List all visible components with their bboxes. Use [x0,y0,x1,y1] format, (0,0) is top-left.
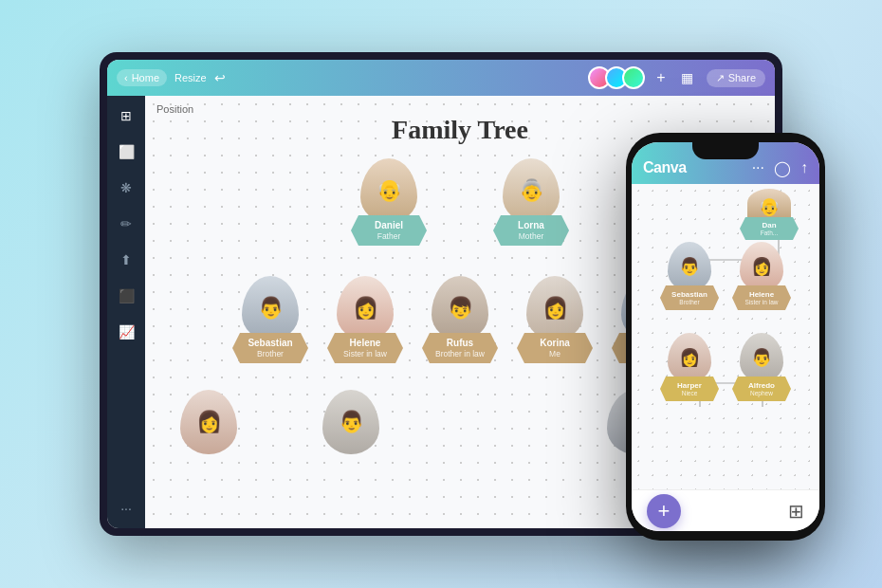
avatar-3 [622,66,645,89]
lorna-role: Mother [519,231,543,241]
child2-photo: 👨 [322,390,379,454]
ph-alfredo-banner: Alfredo Nephew [732,377,791,401]
person-korina: 👩 Korina Me [512,276,597,363]
generation-1: 👴 Daniel Father 👵 [346,158,574,246]
phone-sebastian: 👨 Sebastian Brother [657,242,722,310]
dan-name: Dan [762,221,776,230]
person-helene: 👩 Helene Sister in law [322,276,408,363]
daniel-photo: 👴 [360,158,417,223]
position-label: Position [156,103,193,115]
sidebar: ⊞ ⬜ ❋ ✏ ⬆ ⬛ 📈 ··· [107,96,145,528]
helene-role: Sister in law [343,349,387,358]
sidebar-item-folder[interactable]: ⬛ [116,285,137,306]
rufus-photo: 👦 [432,276,488,340]
home-label: Home [132,72,159,83]
sidebar-item-draw[interactable]: ✏ [116,213,137,234]
share-label: Share [728,72,756,83]
undo-button[interactable]: ↩ [214,70,226,85]
resize-button[interactable]: Resize [175,72,207,83]
phone-helene: 👩 Helene Sister in law [729,242,794,310]
sidebar-item-more[interactable]: ··· [116,498,137,519]
phone-gen2: 👩 Harper Niece 👨 Alfredo Nephew [657,333,794,401]
dan-role: Fath... [761,230,778,236]
lorna-name: Lorna [518,220,544,231]
phone-alfredo: 👨 Alfredo Nephew [729,333,794,401]
collaborator-avatars [588,66,645,89]
phone-device: Canva ··· ◯ ↑ [626,133,825,541]
phone-harper: 👩 Harper Niece [657,333,722,401]
add-collaborator-button[interactable]: + [656,69,665,86]
person-daniel: 👴 Daniel Father [346,158,432,246]
resize-label: Resize [175,72,207,83]
helene-name: Helene [350,338,381,349]
share-button[interactable]: ↗ Share [707,69,765,87]
undo-icon: ↩ [214,70,226,85]
ph-harper-role: Niece [682,390,698,396]
grid-icon[interactable]: ⊞ [788,500,804,523]
ph-alfredo-name: Alfredo [748,381,775,390]
fab-button[interactable]: + [647,494,681,528]
ph-harper-photo: 👩 [668,333,711,382]
dan-partial-photo: 👴 [747,189,791,217]
fab-plus-icon: + [658,499,671,524]
ph-helene-photo: 👩 [740,242,783,291]
menu-icon[interactable]: ··· [752,159,764,176]
daniel-name: Daniel [375,220,403,231]
canva-logo: Canva [643,159,687,176]
sebastian-photo: 👨 [242,276,299,340]
ph-sebastian-role: Brother [679,299,699,305]
back-arrow-icon: ‹ [124,72,128,83]
sidebar-item-upload[interactable]: ⬆ [116,249,137,270]
phone-bottombar: + ⊞ [632,489,819,531]
ph-alfredo-photo: 👨 [740,333,783,382]
ph-harper-banner: Harper Niece [660,377,719,401]
generation-3: 👩 👨 👨 [166,390,678,454]
korina-photo: 👩 [526,276,583,340]
rufus-name: Rufus [447,338,473,349]
ph-sebastian-photo: 👨 [668,242,711,291]
ph-sebastian-banner: Sebastian Brother [660,285,719,310]
ph-sebastian-name: Sebastian [671,290,707,299]
korina-banner: Korina Me [517,333,593,363]
phone-share-icon[interactable]: ↑ [800,159,808,176]
analytics-icon[interactable]: ▦ [681,70,693,85]
phone-notch [692,142,759,159]
generation-2: 👨 Sebastian Brother 👩 [228,276,692,363]
daniel-banner: Daniel Father [351,215,427,246]
ph-alfredo-role: Nephew [750,390,773,396]
daniel-role: Father [377,231,401,241]
tablet-topbar: ‹ Home Resize ↩ + ▦ ↗ Share [107,60,775,96]
phone-gen1: 👨 Sebastian Brother 👩 Helene Sister in l… [657,242,794,310]
sidebar-item-image[interactable]: ⬜ [116,141,137,162]
sidebar-item-chart[interactable]: 📈 [116,322,137,342]
phone-screen: Canva ··· ◯ ↑ [632,142,819,531]
rufus-role: Brother in law [435,349,485,358]
sebastian-banner: Sebastian Brother [232,333,308,363]
helene-photo: 👩 [337,276,394,340]
ph-helene-role: Sister in law [744,299,778,305]
sebastian-role: Brother [257,349,284,358]
dan-partial-banner: Dan Fath... [740,217,799,240]
back-button[interactable]: ‹ Home [117,69,167,86]
ph-harper-name: Harper [677,381,702,390]
user-icon[interactable]: ◯ [774,159,791,177]
person-sebastian: 👨 Sebastian Brother [228,276,313,363]
sidebar-item-elements[interactable]: ❋ [116,177,137,198]
ph-helene-name: Helene [749,290,774,299]
person-child1: 👩 [166,390,251,454]
rufus-banner: Rufus Brother in law [422,333,498,363]
tree-title: Family Tree [392,115,528,145]
sidebar-item-grid[interactable]: ⊞ [116,105,137,126]
helene-banner: Helene Sister in law [327,333,403,363]
share-arrow-icon: ↗ [716,72,725,84]
person-rufus: 👦 Rufus Brother in law [417,276,503,363]
ph-helene-banner: Helene Sister in law [732,285,791,310]
sebastian-name: Sebastian [248,338,292,349]
lorna-banner: Lorna Mother [493,215,569,246]
korina-role: Me [549,349,560,358]
phone-dan-partial: 👴 Dan Fath... [737,189,801,240]
lorna-photo: 👵 [503,158,560,223]
person-child2: 👨 [308,390,394,454]
korina-name: Korina [540,338,570,349]
phone-canvas[interactable]: 👴 Dan Fath... 👨 Sebastian Brother [632,184,819,489]
